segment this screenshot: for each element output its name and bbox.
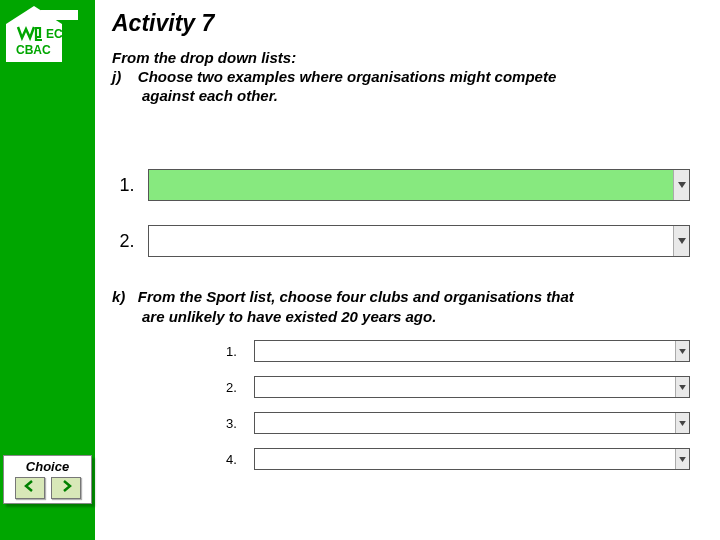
k-line1: From the Sport list, choose four clubs a… [138, 288, 574, 305]
chevron-down-icon [673, 226, 689, 256]
intro-line3: against each other. [112, 87, 278, 104]
chevron-down-icon [673, 170, 689, 200]
chevron-down-icon [675, 377, 689, 397]
nav-arrows [6, 477, 89, 499]
intro-text: From the drop down lists: j) Choose two … [112, 49, 700, 105]
arrow-left-icon [23, 479, 37, 497]
nav-label: Choice [6, 459, 89, 474]
dropdown-number: 4. [226, 452, 248, 467]
content-area: Activity 7 From the drop down lists: j) … [108, 10, 700, 484]
dropdown-j2[interactable] [148, 225, 690, 257]
logo: EC CBAC [6, 6, 88, 62]
dropdown-k1[interactable] [254, 340, 690, 362]
logo-sub-text: CBAC [16, 43, 51, 57]
dropdown-k2[interactable] [254, 376, 690, 398]
next-button[interactable] [51, 477, 81, 499]
page-title: Activity 7 [112, 10, 700, 37]
chevron-down-icon [675, 449, 689, 469]
arrow-right-icon [59, 479, 73, 497]
section-k-text: k) From the Sport list, choose four club… [112, 287, 700, 326]
chevron-down-icon [675, 413, 689, 433]
dropdown-number: 1. [112, 175, 142, 196]
dropdown-row-k1: 1. [226, 340, 700, 362]
dropdown-number: 2. [112, 231, 142, 252]
dropdown-row-j1: 1. [112, 169, 700, 201]
dropdown-number: 1. [226, 344, 248, 359]
k-letter: k) [112, 288, 125, 305]
dropdown-row-k3: 3. [226, 412, 700, 434]
page-root: EC CBAC GCSE Leisure and Tourism Choice … [0, 0, 720, 540]
dropdown-j1[interactable] [148, 169, 690, 201]
dropdown-row-k2: 2. [226, 376, 700, 398]
chevron-down-icon [675, 341, 689, 361]
intro-letter-j: j) [112, 68, 121, 85]
intro-line1: From the drop down lists: [112, 49, 296, 66]
dropdown-k4[interactable] [254, 448, 690, 470]
dropdown-row-j2: 2. [112, 225, 700, 257]
dropdown-k3[interactable] [254, 412, 690, 434]
svg-text:EC: EC [46, 27, 63, 41]
nav-box: Choice [3, 455, 92, 504]
dropdown-number: 2. [226, 380, 248, 395]
intro-line2: Choose two examples where organisations … [138, 68, 556, 85]
prev-button[interactable] [15, 477, 45, 499]
dropdown-number: 3. [226, 416, 248, 431]
k-line2: are unlikely to have existed 20 years ag… [112, 307, 700, 327]
dropdown-row-k4: 4. [226, 448, 700, 470]
